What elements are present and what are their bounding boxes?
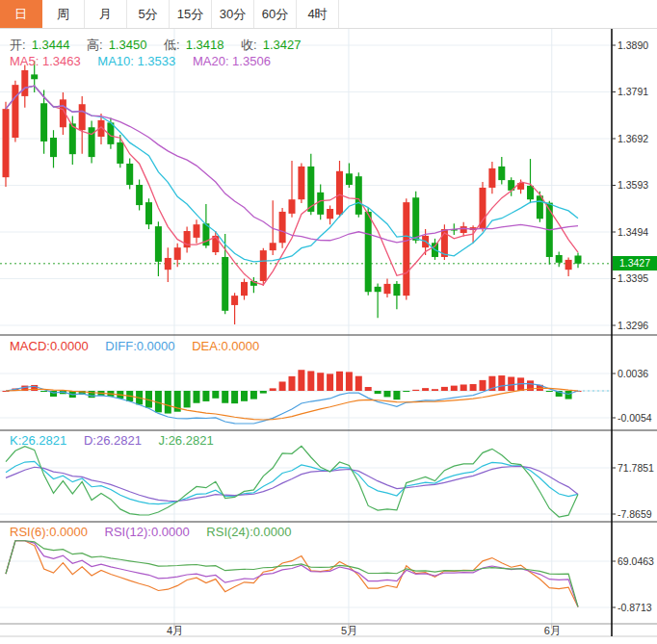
macd-value: MACD:0.0000 [10,339,89,353]
svg-text:-7.8659: -7.8659 [618,508,652,520]
x-axis-label-june: 6月 [544,624,561,638]
k-value: K:26.2821 [10,433,66,448]
x-axis-label-may: 5月 [341,624,357,638]
open-value: 1.3444 [32,38,70,52]
rsi12-value: RSI(12):0.0000 [105,525,190,539]
close-value: 1.3427 [263,38,302,52]
diff-value: DIFF:0.0000 [105,339,174,353]
high-label: 高: [87,38,103,52]
low-value: 1.3418 [186,38,224,52]
svg-text:1.3395: 1.3395 [618,272,648,284]
x-axis-label-april: 4月 [167,624,183,638]
kdj-readout: K:26.2821 D:26.2821 J:26.2821 [10,433,220,448]
panel-separators [0,29,657,636]
open-label: 开: [10,38,26,52]
close-label: 收: [241,38,257,52]
svg-text:1.3296: 1.3296 [618,320,648,331]
tab-month[interactable]: 月 [85,0,127,28]
tab-60min[interactable]: 60分 [254,0,297,28]
tab-5min[interactable]: 5分 [127,0,170,28]
kdj-layer [6,446,578,517]
ma5-value: MA5: 1.3463 [10,54,81,68]
low-label: 低: [164,38,180,52]
tab-day[interactable]: 日 [0,0,42,28]
macd-readout: MACD:0.0000 DIFF:0.0000 DEA:0.0000 [10,339,265,353]
svg-text:1.3593: 1.3593 [618,179,648,191]
svg-text:0.0036: 0.0036 [618,368,648,379]
tab-30min[interactable]: 30分 [212,0,254,28]
rsi24-value: RSI(24):0.0000 [206,525,291,539]
svg-text:-0.0054: -0.0054 [618,412,652,424]
tab-4hour[interactable]: 4时 [297,0,339,28]
dea-value: DEA:0.0000 [192,339,259,353]
rsi-readout: RSI(6):0.0000 RSI(12):0.0000 RSI(24):0.0… [10,525,298,539]
svg-text:1.3791: 1.3791 [618,86,648,97]
high-value: 1.3450 [109,38,147,52]
rsi6-value: RSI(6):0.0000 [10,525,88,539]
timeframe-tabbar: 日 周 月 5分 15分 30分 60分 4时 [0,0,657,29]
d-value: D:26.2821 [84,433,142,448]
kline-chart-window: 1.38901.37911.36921.35931.34941.33951.32… [0,0,657,644]
chart-canvas: 1.38901.37911.36921.35931.34941.33951.32… [0,0,657,644]
svg-text:71.7851: 71.7851 [618,462,654,474]
svg-text:1.3494: 1.3494 [618,226,648,238]
ma20-value: MA20: 1.3506 [193,54,271,68]
ohlc-readout: 开:1.3444 高:1.3450 低:1.3418 收:1.3427 [10,37,306,54]
tab-week[interactable]: 周 [42,0,85,28]
candles-layer [3,61,582,324]
ma-readout: MA5: 1.3463 MA10: 1.3533 MA20: 1.3506 [10,54,276,68]
j-value: J:26.2821 [159,433,214,448]
ma10-value: MA10: 1.3533 [97,54,175,68]
svg-text:-0.8713: -0.8713 [618,602,652,613]
rsi-layer [6,541,578,607]
svg-text:69.0463: 69.0463 [618,555,654,567]
macd-layer [0,370,612,424]
tab-15min[interactable]: 15分 [170,0,212,28]
svg-text:1.3692: 1.3692 [618,133,648,144]
current-price-tag: 1.3427 [613,256,657,270]
svg-text:1.3890: 1.3890 [618,39,648,51]
y-axis-labels: 1.38901.37911.36921.35931.34941.33951.32… [612,39,654,613]
